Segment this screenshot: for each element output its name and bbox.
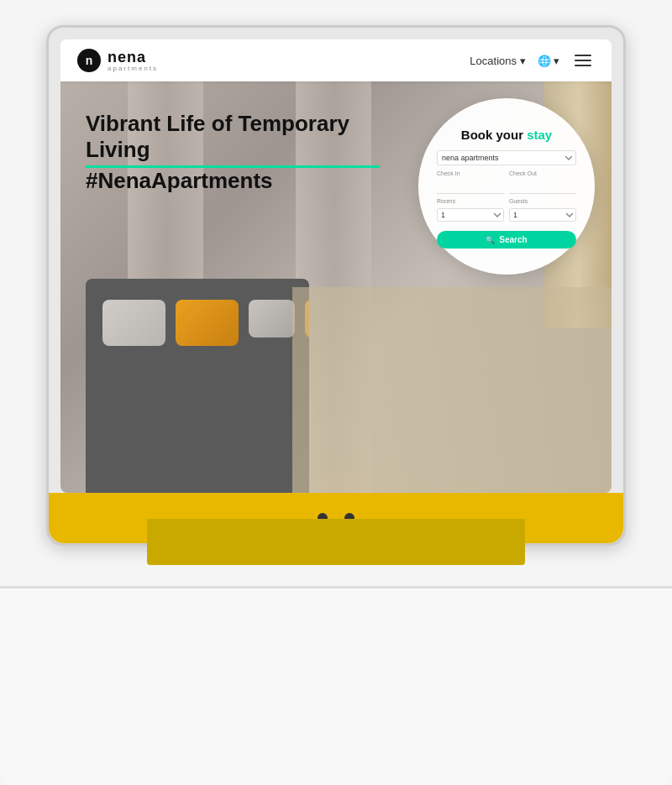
checkout-input[interactable]: [509, 181, 576, 194]
globe-chevron-icon: ▾: [554, 55, 559, 67]
hamburger-line-2: [575, 60, 591, 61]
pillow-yellow-1: [176, 300, 239, 346]
logo-icon: n: [77, 49, 101, 72]
rooms-field: Rooms 1 2 3: [437, 198, 504, 222]
search-icon: 🔍: [486, 236, 495, 244]
website: n nena apartments Locations ▾: [60, 39, 612, 493]
locations-chevron-icon: ▾: [520, 55, 526, 67]
booking-card: Book your stay nena apartments Check In: [418, 98, 595, 275]
pillow-gray-1: [102, 300, 165, 346]
rooms-label: Rooms: [437, 198, 504, 204]
checkin-label: Check In: [437, 170, 504, 176]
booking-title: Book your stay: [437, 128, 576, 142]
hamburger-menu-button[interactable]: [571, 51, 595, 70]
pillow-row: [102, 300, 309, 346]
rooms-guests-row: Rooms 1 2 3 Guests 1: [437, 198, 576, 222]
booking-title-accent: stay: [527, 128, 552, 142]
nav-bar: n nena apartments Locations ▾: [60, 39, 612, 81]
hero-area: Vibrant Life of Temporary Living #NenaAp…: [60, 81, 612, 493]
checkin-input[interactable]: [437, 181, 504, 194]
guests-label: Guests: [509, 198, 576, 204]
headline-line2: #NenaApartments: [86, 168, 380, 194]
nav-right: Locations ▾ 🌐 ▾: [470, 51, 595, 70]
property-select[interactable]: nena apartments: [437, 150, 576, 165]
guests-field: Guests 1 2 3 4: [509, 198, 576, 222]
checkin-checkout-row: Check In Check Out: [437, 170, 576, 194]
checkout-label: Check Out: [509, 170, 576, 176]
bed-area: [60, 226, 309, 494]
locations-label: Locations: [470, 55, 517, 67]
globe-icon: 🌐: [538, 55, 551, 67]
search-button[interactable]: 🔍 Search: [437, 231, 576, 249]
nav-locations-button[interactable]: Locations ▾: [470, 55, 526, 67]
guests-select[interactable]: 1 2 3 4: [509, 208, 576, 222]
desktop-case: [0, 586, 672, 785]
hamburger-line-1: [575, 55, 591, 56]
hero-headline: Vibrant Life of Temporary Living #NenaAp…: [86, 111, 380, 195]
rooms-select[interactable]: 1 2 3: [437, 208, 504, 222]
nav-globe-button[interactable]: 🌐 ▾: [538, 55, 559, 67]
logo-area[interactable]: n nena apartments: [77, 49, 158, 72]
checkin-field: Check In: [437, 170, 504, 194]
checkout-field: Check Out: [509, 170, 576, 194]
monitor: n nena apartments Locations ▾: [46, 25, 626, 546]
headline-text: Vibrant Life of Temporary Living #NenaAp…: [86, 111, 380, 195]
logo-text: nena apartments: [108, 50, 158, 72]
monitor-stand-neck: [147, 519, 525, 565]
logo-name: nena: [108, 50, 158, 65]
hamburger-line-3: [575, 65, 591, 66]
logo-subtitle: apartments: [108, 65, 158, 72]
search-label: Search: [499, 235, 527, 244]
floor-area: [292, 287, 612, 493]
pillow-gray-2: [249, 300, 295, 338]
headline-line1: Vibrant Life of Temporary Living: [86, 111, 380, 163]
scene: n nena apartments Locations ▾: [0, 0, 672, 785]
monitor-screen: n nena apartments Locations ▾: [60, 39, 612, 493]
